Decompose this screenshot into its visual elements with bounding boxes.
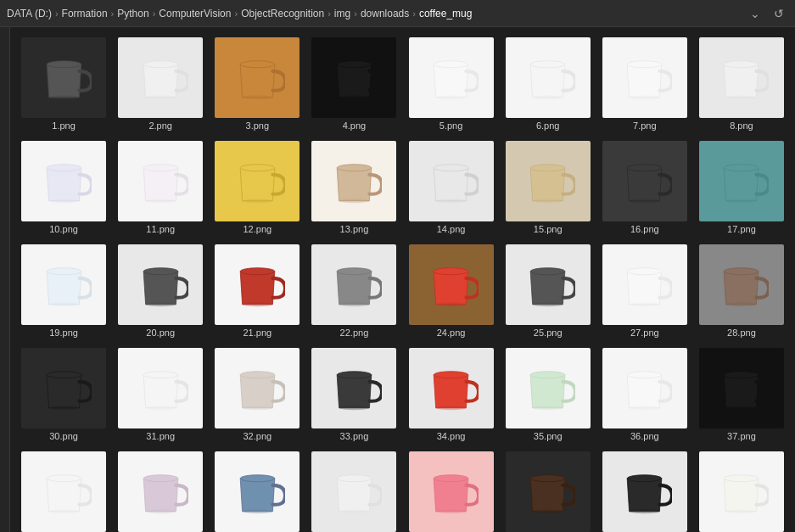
svg-point-21 — [242, 199, 272, 203]
breadcrumb-or[interactable]: ObjectRecognition — [241, 8, 324, 20]
svg-point-55 — [339, 406, 370, 410]
file-item[interactable]: 7.png — [598, 34, 691, 134]
svg-point-45 — [630, 302, 660, 306]
file-label: 4.png — [343, 120, 367, 131]
breadcrumb-sep-2: › — [153, 8, 156, 19]
file-item[interactable]: 11.png — [114, 137, 207, 238]
file-item[interactable]: 21.png — [210, 241, 304, 341]
file-item[interactable]: 46.png — [695, 448, 788, 532]
svg-point-17 — [48, 199, 79, 203]
file-item[interactable]: 33.png — [307, 344, 400, 445]
file-label: 6.png — [536, 120, 560, 131]
file-item[interactable]: 14.png — [405, 137, 498, 238]
svg-point-8 — [434, 60, 468, 67]
file-item[interactable]: 15.png — [501, 137, 595, 238]
file-item[interactable]: 13.png — [307, 137, 400, 238]
file-item[interactable]: 10.png — [17, 137, 110, 238]
file-item[interactable]: 32.png — [210, 344, 304, 445]
svg-point-68 — [240, 474, 275, 481]
file-item[interactable]: 37.png — [695, 344, 788, 445]
file-item[interactable]: 42.png — [307, 448, 400, 532]
svg-point-30 — [725, 164, 759, 171]
svg-point-10 — [530, 60, 565, 67]
file-item[interactable]: 28.png — [695, 241, 788, 341]
svg-point-78 — [725, 474, 759, 481]
file-grid: 1.png 2.png 3.png — [10, 27, 795, 532]
svg-point-23 — [339, 199, 370, 203]
nav-dropdown-btn[interactable]: ⌄ — [746, 5, 764, 22]
svg-point-39 — [339, 302, 370, 306]
svg-point-46 — [725, 267, 759, 274]
file-item[interactable]: 22.png — [307, 241, 400, 341]
nav-refresh-btn[interactable]: ↺ — [770, 5, 788, 22]
svg-point-48 — [47, 371, 81, 378]
svg-point-11 — [533, 95, 563, 99]
file-item[interactable]: 4.png — [307, 34, 400, 134]
svg-point-67 — [145, 509, 176, 513]
svg-point-19 — [145, 199, 176, 203]
file-label: 28.png — [727, 328, 756, 338]
svg-point-26 — [530, 164, 565, 171]
breadcrumb-sep-6: › — [412, 8, 416, 19]
svg-point-61 — [630, 406, 660, 410]
file-label: 31.png — [146, 431, 175, 441]
svg-point-7 — [339, 95, 370, 99]
file-item[interactable]: 1.png — [17, 34, 110, 134]
file-item[interactable]: 45.png — [598, 448, 691, 532]
file-label: 11.png — [146, 224, 175, 234]
file-item[interactable]: 31.png — [114, 344, 207, 445]
file-item[interactable]: 6.png — [501, 34, 595, 134]
svg-point-29 — [630, 199, 660, 203]
breadcrumb-formation[interactable]: Formation — [62, 8, 108, 20]
svg-point-2 — [143, 60, 178, 67]
file-label: 30.png — [49, 431, 78, 441]
file-label: 19.png — [49, 328, 78, 338]
svg-point-38 — [337, 267, 372, 274]
file-item[interactable]: 19.png — [17, 241, 110, 341]
file-item[interactable]: 17.png — [695, 137, 788, 238]
file-item[interactable]: 12.png — [210, 137, 304, 238]
file-item[interactable]: 5.png — [405, 34, 498, 134]
file-label: 10.png — [49, 224, 78, 234]
file-item[interactable]: 30.png — [17, 344, 110, 445]
svg-point-51 — [145, 406, 176, 410]
breadcrumb-cv[interactable]: ComputerVision — [159, 8, 231, 20]
svg-point-1 — [48, 95, 79, 99]
content-area: 1.png 2.png 3.png — [0, 27, 795, 532]
file-item[interactable]: 24.png — [405, 241, 498, 341]
file-item[interactable]: 2.png — [114, 34, 207, 134]
file-item[interactable]: 43.png — [405, 448, 498, 532]
svg-point-65 — [48, 509, 79, 513]
file-item[interactable]: 25.png — [501, 241, 595, 341]
file-item[interactable]: 35.png — [501, 344, 595, 445]
file-item[interactable]: 34.png — [405, 344, 498, 445]
file-item[interactable]: 27.png — [598, 241, 691, 341]
file-label: 37.png — [727, 431, 756, 441]
breadcrumb-img[interactable]: img — [334, 8, 350, 20]
breadcrumb-python[interactable]: Python — [117, 8, 148, 20]
file-item[interactable]: 44.png — [501, 448, 595, 532]
svg-point-43 — [533, 302, 563, 306]
file-item[interactable]: 40.png — [114, 448, 207, 532]
svg-point-41 — [436, 302, 467, 306]
address-bar: DATA (D:) › Formation › Python › Compute… — [0, 0, 795, 27]
file-item[interactable]: 36.png — [598, 344, 691, 445]
file-label: 13.png — [340, 224, 369, 234]
svg-point-24 — [434, 164, 468, 171]
breadcrumb-downloads[interactable]: downloads — [361, 8, 409, 20]
file-item[interactable]: 16.png — [598, 137, 691, 238]
file-item[interactable]: 39.png — [17, 448, 110, 532]
breadcrumb-data[interactable]: DATA (D:) — [7, 8, 52, 20]
svg-point-52 — [240, 371, 275, 378]
svg-point-35 — [145, 302, 176, 306]
svg-point-25 — [436, 199, 467, 203]
file-item[interactable]: 8.png — [695, 34, 788, 134]
file-item[interactable]: 20.png — [114, 241, 207, 341]
file-label: 35.png — [534, 431, 563, 441]
svg-point-47 — [726, 302, 757, 306]
file-label: 12.png — [243, 224, 272, 234]
file-label: 22.png — [340, 328, 369, 338]
svg-point-72 — [434, 474, 468, 481]
file-item[interactable]: 41.png — [210, 448, 304, 532]
file-item[interactable]: 3.png — [210, 34, 304, 134]
